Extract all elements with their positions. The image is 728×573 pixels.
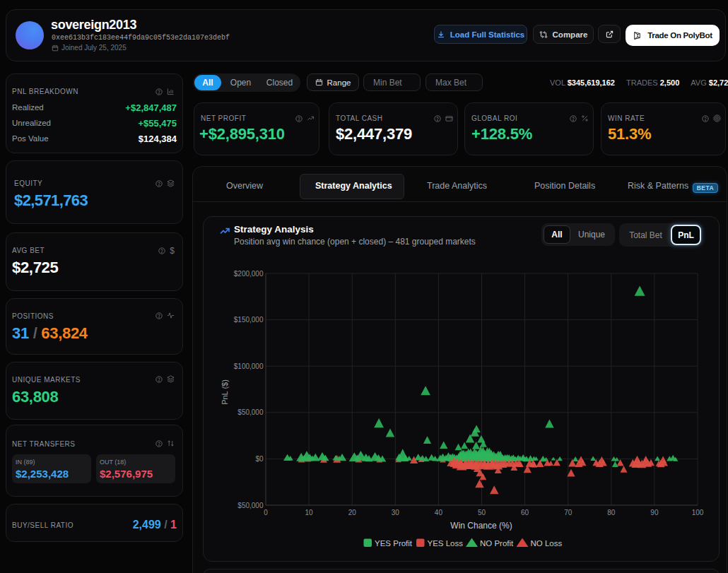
svg-text:YES Loss: YES Loss (428, 539, 464, 548)
svg-text:20: 20 (348, 509, 357, 516)
svg-text:60: 60 (521, 509, 529, 516)
svg-text:40: 40 (435, 509, 443, 516)
svg-text:Win Chance (%): Win Chance (%) (450, 521, 512, 531)
svg-text:30: 30 (392, 509, 400, 516)
svg-text:$150,000: $150,000 (234, 316, 264, 324)
svg-text:PnL ($): PnL ($) (221, 379, 229, 405)
svg-text:10: 10 (305, 509, 314, 516)
svg-text:$0: $0 (255, 455, 264, 463)
svg-text:100: 100 (692, 509, 704, 516)
svg-text:YES Profit: YES Profit (375, 539, 413, 548)
svg-text:0: 0 (264, 509, 268, 516)
svg-text:NO Profit: NO Profit (480, 539, 514, 548)
svg-text:NO Loss: NO Loss (531, 539, 563, 548)
svg-text:$200,000: $200,000 (234, 270, 264, 278)
svg-text:$100,000: $100,000 (234, 362, 264, 370)
svg-text:$50,000: $50,000 (237, 502, 264, 509)
svg-text:$50,000: $50,000 (237, 408, 264, 416)
svg-text:90: 90 (650, 509, 659, 516)
svg-text:70: 70 (564, 509, 573, 516)
svg-text:80: 80 (607, 509, 616, 516)
svg-text:50: 50 (478, 509, 486, 516)
